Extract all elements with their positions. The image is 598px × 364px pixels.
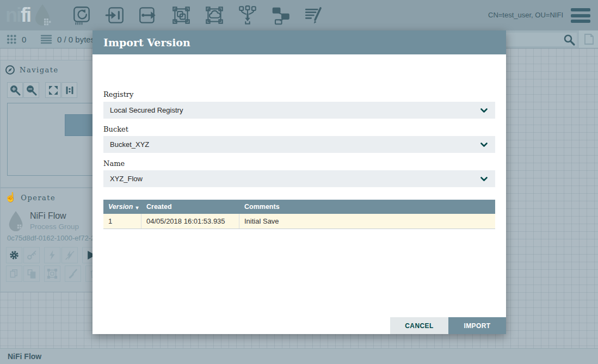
hand-pointer-icon: ☝ bbox=[5, 193, 16, 202]
version-row[interactable]: 1 04/05/2018 16:01:53.935 Initial Save bbox=[103, 214, 495, 229]
current-user: CN=test_user, OU=NIFI bbox=[488, 11, 563, 19]
import-version-dialog: Import Version Registry Local Secured Re… bbox=[93, 30, 506, 334]
name-combo-value: XYZ_Flow bbox=[110, 175, 480, 183]
processor-icon[interactable] bbox=[71, 4, 93, 26]
zoom-actual-button[interactable] bbox=[61, 82, 77, 98]
group-button[interactable] bbox=[44, 266, 60, 282]
threads-grid-icon bbox=[7, 34, 17, 45]
versions-table-header: Version ▾ Created Comments bbox=[103, 200, 495, 214]
label-icon[interactable] bbox=[303, 4, 325, 26]
sort-desc-icon: ▾ bbox=[135, 205, 138, 211]
navigate-buttons bbox=[7, 82, 77, 98]
bucket-combo[interactable]: Bucket_XYZ bbox=[103, 136, 495, 153]
queued-stat: 0 / 0 bytes bbox=[40, 30, 95, 48]
paste-button[interactable] bbox=[23, 266, 40, 282]
access-policies-button[interactable] bbox=[23, 247, 40, 263]
active-threads-stat: 0 bbox=[7, 30, 26, 48]
import-button[interactable]: IMPORT bbox=[448, 317, 506, 334]
chevron-down-icon bbox=[480, 108, 488, 113]
chevron-down-icon bbox=[480, 177, 488, 181]
queued-count: 0 / 0 bytes bbox=[57, 35, 95, 44]
dialog-title: Import Version bbox=[103, 36, 190, 48]
zoom-fit-button[interactable] bbox=[45, 82, 61, 98]
selected-flow-type: Process Group bbox=[30, 223, 79, 231]
navigate-title: Navigate bbox=[20, 66, 59, 74]
remote-process-group-icon[interactable] bbox=[204, 4, 225, 26]
zoom-in-button[interactable] bbox=[7, 82, 23, 98]
name-combo[interactable]: XYZ_Flow bbox=[103, 170, 495, 187]
input-port-icon[interactable] bbox=[104, 4, 126, 26]
copy-button[interactable] bbox=[6, 266, 22, 282]
operate-flow-card: NiFi Flow Process Group bbox=[6, 209, 79, 234]
nifi-drop-icon bbox=[32, 3, 53, 27]
chevron-down-icon bbox=[480, 143, 488, 147]
flow-drop-icon bbox=[6, 209, 26, 234]
registry-label: Registry bbox=[103, 90, 133, 98]
registry-combo[interactable]: Local Secured Registry bbox=[103, 102, 495, 119]
configure-button[interactable] bbox=[6, 247, 22, 263]
dialog-body: Registry Local Secured Registry Bucket B… bbox=[93, 54, 506, 334]
output-port-icon[interactable] bbox=[137, 4, 159, 26]
component-toolbar bbox=[71, 4, 336, 26]
operate-buttons-row2 bbox=[6, 266, 102, 282]
queued-list-icon bbox=[40, 34, 52, 44]
process-group-icon[interactable] bbox=[170, 4, 192, 26]
color-button[interactable] bbox=[65, 266, 81, 282]
registry-combo-value: Local Secured Registry bbox=[110, 106, 480, 114]
zoom-out-button[interactable] bbox=[23, 82, 39, 98]
created-cell: 04/05/2018 16:01:53.935 bbox=[141, 214, 239, 229]
funnel-icon[interactable] bbox=[237, 4, 258, 26]
comments-cell: Initial Save bbox=[239, 214, 495, 229]
dialog-buttons: CANCEL IMPORT bbox=[390, 317, 506, 334]
search-icon[interactable] bbox=[563, 33, 577, 46]
selected-flow-uuid: 0c75d8df-0162-1000-ef72-2ec bbox=[7, 234, 102, 242]
cancel-button[interactable]: CANCEL bbox=[390, 317, 448, 334]
dialog-header: Import Version bbox=[93, 30, 506, 54]
operate-buttons-row1 bbox=[6, 247, 98, 263]
breadcrumb: NiFi Flow bbox=[0, 348, 598, 364]
versions-table: Version ▾ Created Comments 1 04/05/2018 … bbox=[103, 200, 495, 229]
selected-flow-name: NiFi Flow bbox=[30, 211, 79, 221]
nifi-logo-text: nifi bbox=[5, 3, 30, 27]
operate-title: Operate bbox=[21, 194, 56, 202]
bucket-label: Bucket bbox=[103, 125, 128, 133]
global-menu-button[interactable] bbox=[571, 8, 590, 23]
app-header: nifi bbox=[0, 0, 598, 30]
column-header-created[interactable]: Created bbox=[141, 200, 239, 214]
active-threads-count: 0 bbox=[22, 35, 26, 44]
breadcrumb-item-root[interactable]: NiFi Flow bbox=[8, 352, 41, 361]
column-header-version[interactable]: Version ▾ bbox=[103, 200, 141, 214]
column-header-comments[interactable]: Comments bbox=[239, 200, 495, 214]
bucket-combo-value: Bucket_XYZ bbox=[110, 140, 480, 149]
version-cell: 1 bbox=[103, 214, 141, 229]
enable-button[interactable] bbox=[44, 247, 60, 263]
name-label: Name bbox=[103, 159, 125, 168]
nifi-logo: nifi bbox=[5, 3, 53, 27]
compass-icon bbox=[5, 65, 15, 75]
template-icon[interactable] bbox=[270, 4, 292, 26]
disable-button[interactable] bbox=[61, 247, 78, 263]
bulletin-board-button[interactable] bbox=[579, 30, 598, 48]
